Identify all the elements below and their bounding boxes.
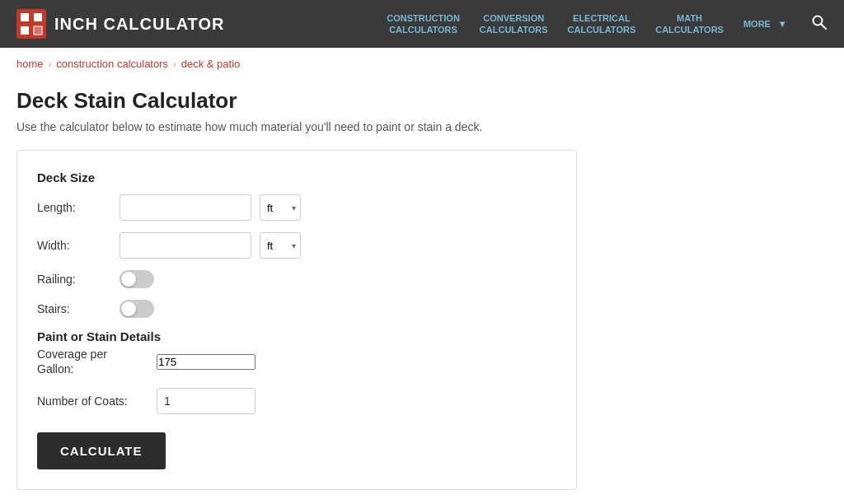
railing-toggle[interactable]	[120, 270, 194, 288]
deck-size-label: Deck Size	[37, 170, 556, 184]
railing-track	[120, 270, 154, 288]
coverage-input[interactable]	[157, 354, 256, 370]
stairs-track	[120, 300, 154, 318]
width-unit-wrap: ft in m cm ▾	[260, 232, 301, 259]
stairs-label: Stairs:	[37, 302, 111, 315]
length-label: Length:	[37, 201, 111, 214]
coats-row: Number of Coats:	[37, 388, 556, 414]
nav-conversion[interactable]: CONVERSION CALCULATORS	[480, 12, 548, 36]
coverage-row: Coverage perGallon:	[37, 347, 556, 376]
main-content: Deck Stain Calculator Use the calculator…	[0, 80, 618, 504]
stairs-row: Stairs:	[37, 300, 556, 318]
breadcrumb-sep-1: ›	[49, 59, 52, 69]
site-header: INCH CALCULATOR CONSTRUCTION CALCULATORS…	[0, 0, 844, 48]
svg-rect-3	[21, 26, 29, 35]
railing-row: Railing:	[37, 270, 556, 288]
breadcrumb-current[interactable]: deck & patio	[181, 58, 241, 70]
coats-input[interactable]	[157, 388, 256, 414]
length-unit-select[interactable]: ft in m cm	[260, 194, 301, 221]
logo-text: INCH CALCULATOR	[54, 15, 224, 34]
svg-rect-1	[21, 13, 29, 21]
breadcrumb-construction[interactable]: construction calculators	[56, 58, 168, 70]
logo-icon	[16, 9, 46, 39]
nav-construction[interactable]: CONSTRUCTION CALCULATORS	[387, 12, 460, 36]
width-unit-select[interactable]: ft in m cm	[260, 232, 301, 259]
width-input[interactable]	[120, 232, 251, 259]
railing-label: Railing:	[37, 273, 111, 286]
width-row: Width: ft in m cm ▾	[37, 232, 556, 259]
stairs-toggle[interactable]	[120, 300, 194, 318]
logo[interactable]: INCH CALCULATOR	[16, 9, 224, 39]
calculate-button[interactable]: CALCULATE	[37, 432, 166, 469]
coverage-label: Coverage perGallon:	[37, 347, 148, 376]
length-row: Length: ft in m cm ▾	[37, 194, 556, 221]
railing-thumb	[121, 272, 136, 287]
page-title: Deck Stain Calculator	[16, 88, 602, 114]
main-nav: CONSTRUCTION CALCULATORS CONVERSION CALC…	[387, 12, 828, 36]
stairs-thumb	[121, 301, 136, 316]
length-input[interactable]	[120, 194, 251, 221]
more-menu[interactable]: MORE	[743, 18, 785, 30]
svg-line-7	[822, 24, 827, 29]
svg-rect-2	[34, 13, 42, 21]
svg-rect-5	[34, 26, 42, 35]
calculator-box: Deck Size Length: ft in m cm ▾ Width: ft	[16, 150, 577, 490]
breadcrumb-sep-2: ›	[173, 59, 176, 69]
breadcrumb-home[interactable]: home	[16, 58, 44, 70]
search-icon	[811, 14, 828, 30]
nav-math[interactable]: MATH CALCULATORS	[655, 12, 724, 36]
coats-label: Number of Coats:	[37, 394, 148, 408]
length-unit-wrap: ft in m cm ▾	[260, 194, 301, 221]
search-button[interactable]	[811, 14, 828, 35]
page-description: Use the calculator below to estimate how…	[16, 120, 602, 133]
breadcrumb: home › construction calculators › deck &…	[0, 48, 844, 80]
width-label: Width:	[37, 239, 111, 252]
paint-section-label: Paint or Stain Details	[37, 329, 556, 343]
nav-electrical[interactable]: ELECTRICAL CALCULATORS	[568, 12, 636, 36]
